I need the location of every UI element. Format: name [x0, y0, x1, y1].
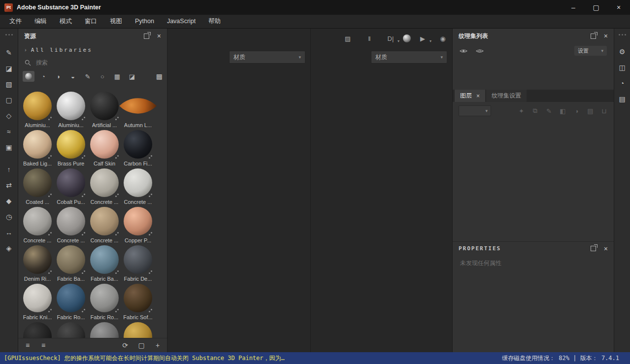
add-fill-layer-icon[interactable]: ◧ [559, 107, 566, 115]
material-item[interactable]: Denim Ri... [21, 245, 54, 284]
filter-smart-masks-icon[interactable]: ◑ [52, 71, 64, 82]
log-panel-icon[interactable]: ▤ [617, 94, 628, 104]
material-item[interactable]: Concrete ... [88, 207, 121, 245]
material-item[interactable]: Fabric Kni... [21, 284, 54, 322]
material-item[interactable]: Autumn L... [121, 92, 155, 130]
selection-disabled-icon[interactable]: ▨ [342, 33, 353, 44]
polygon-fill-tool-icon[interactable]: ◇ [3, 110, 14, 121]
material-item[interactable]: Brass Pure [54, 130, 88, 168]
add-resource-icon[interactable]: + [153, 341, 162, 350]
material-item[interactable]: Cobalt Pu... [54, 168, 88, 207]
camera-video-icon[interactable]: ▶ [417, 33, 428, 44]
menu-item-3[interactable]: 窗口 [78, 15, 103, 28]
filter-environments-icon[interactable]: ◪ [126, 71, 138, 82]
material-dropdown-right[interactable]: 材质 ▾ [371, 51, 447, 64]
material-item[interactable]: Fabric Ro... [54, 284, 88, 322]
menu-item-7[interactable]: 帮助 [202, 15, 227, 28]
minimize-button[interactable]: – [562, 0, 585, 15]
undock-panel-icon[interactable] [591, 246, 596, 251]
material-item[interactable]: Fabric De... [121, 245, 155, 284]
undock-panel-icon[interactable] [144, 33, 149, 39]
material-item[interactable]: Calf Skin [88, 130, 121, 168]
delete-layer-icon[interactable]: ⊔ [600, 107, 608, 115]
material-item[interactable] [121, 322, 155, 338]
close-tab-icon[interactable]: × [476, 94, 480, 99]
menu-item-5[interactable]: Python [129, 15, 161, 28]
material-item[interactable]: Artificial ... [88, 92, 121, 130]
library-selector[interactable]: › All libraries [18, 43, 167, 56]
resources-updater-icon[interactable]: ⇄ [3, 180, 14, 191]
list-sort-options-icon[interactable]: ≡ [39, 341, 48, 350]
texture-set-settings-dropdown[interactable]: 设置 ▾ [574, 46, 607, 56]
material-item[interactable] [54, 322, 88, 338]
menu-item-4[interactable]: 视图 [103, 15, 129, 28]
projection-tool-icon[interactable]: ▧ [3, 79, 14, 90]
material-view-icon[interactable] [401, 33, 412, 44]
menu-item-2[interactable]: 模式 [53, 15, 78, 28]
add-paint-layer-icon[interactable]: ✎ [545, 107, 553, 115]
undock-panel-icon[interactable] [591, 33, 596, 39]
material-item[interactable] [21, 322, 54, 338]
refresh-icon[interactable]: ⟳ [121, 341, 130, 350]
close-button[interactable]: × [607, 0, 630, 15]
material-item[interactable]: Fabric Sof... [121, 284, 155, 322]
menu-item-1[interactable]: 编辑 [28, 15, 53, 28]
maximize-button[interactable]: ▢ [585, 0, 607, 15]
material-item[interactable]: Concrete ... [54, 207, 88, 245]
history-icon[interactable]: ◷ [3, 211, 14, 222]
filter-smart-materials-icon[interactable]: ◔ [37, 71, 49, 82]
material-item[interactable]: Concrete ... [121, 168, 155, 207]
material-item[interactable]: Carbon Fi... [121, 130, 155, 168]
filter-alphas-icon[interactable]: ○ [97, 71, 108, 82]
blend-mode-dropdown[interactable]: ▾ [459, 105, 491, 116]
add-effect-icon[interactable]: ✦ [518, 107, 525, 115]
menu-item-0[interactable]: 文件 [3, 15, 28, 28]
show-all-eye-icon[interactable] [476, 48, 484, 54]
tab-texture-set-settings[interactable]: 纹理集设置 [486, 90, 527, 102]
paint-tool-icon[interactable]: ✎ [3, 47, 14, 58]
filter-brushes-icon[interactable]: ✎ [82, 71, 94, 82]
material-item[interactable]: Concrete ... [21, 207, 54, 245]
pause-engine-icon[interactable]: ‖ [364, 33, 375, 44]
copy-layer-icon[interactable]: ⧉ [531, 107, 539, 115]
display-settings-icon[interactable]: ◫ [617, 62, 628, 73]
frame-view-icon[interactable]: ▢ [137, 341, 146, 350]
material-item[interactable]: Fabric Ba... [54, 245, 88, 284]
material-item[interactable]: Concrete ... [88, 168, 121, 207]
material-dropdown-left[interactable]: 材质 ▾ [229, 51, 305, 64]
material-item[interactable]: Copper P... [121, 207, 155, 245]
expand-icon[interactable]: ↔ [3, 227, 14, 238]
material-item[interactable]: Aluminiu... [21, 92, 54, 130]
menu-item-6[interactable]: JavaScript [161, 15, 202, 28]
hide-all-eye-icon[interactable] [460, 48, 467, 54]
add-group-icon[interactable]: ▤ [587, 107, 594, 115]
stencil-tool-icon[interactable]: ▢ [3, 95, 14, 105]
close-panel-icon[interactable]: × [604, 246, 608, 251]
assets-icon[interactable]: ◆ [3, 196, 14, 206]
display-mode-icon[interactable]: D| [385, 33, 396, 44]
eraser-tool-icon[interactable]: ◪ [3, 63, 14, 74]
filter-textures-icon[interactable]: ▦ [111, 71, 123, 82]
list-display-options-icon[interactable]: ≡ [23, 341, 32, 350]
close-panel-icon[interactable]: × [604, 33, 608, 38]
screenshot-icon[interactable]: ◉ [437, 33, 448, 44]
smudge-tool-icon[interactable]: ≈ [3, 126, 14, 137]
add-mask-icon[interactable]: ◑ [573, 107, 580, 115]
pane-divider[interactable] [310, 29, 311, 352]
search-input[interactable] [35, 59, 145, 66]
share-icon[interactable]: ↑ [3, 164, 14, 175]
material-item[interactable]: Fabric Ro... [88, 284, 121, 322]
material-item[interactable]: Coated ... [21, 168, 54, 207]
material-item[interactable]: Aluminiu... [54, 92, 88, 130]
tab-layers[interactable]: 图层 × [455, 90, 485, 102]
license-icon[interactable]: ◈ [3, 243, 14, 254]
clone-tool-icon[interactable]: ▣ [3, 142, 14, 153]
filter-materials-icon[interactable] [23, 71, 34, 82]
material-item[interactable] [88, 322, 121, 338]
grid-view-icon[interactable]: ▩ [156, 72, 163, 80]
settings-icon[interactable]: ⚙ [617, 46, 628, 57]
viewport[interactable]: ▨‖D|▶◉ 材质 ▾ 材质 ▾ [167, 29, 452, 352]
material-item[interactable]: Baked Lig... [21, 130, 54, 168]
history-panel-icon[interactable]: ◔ [617, 78, 628, 89]
close-panel-icon[interactable]: × [157, 33, 161, 38]
